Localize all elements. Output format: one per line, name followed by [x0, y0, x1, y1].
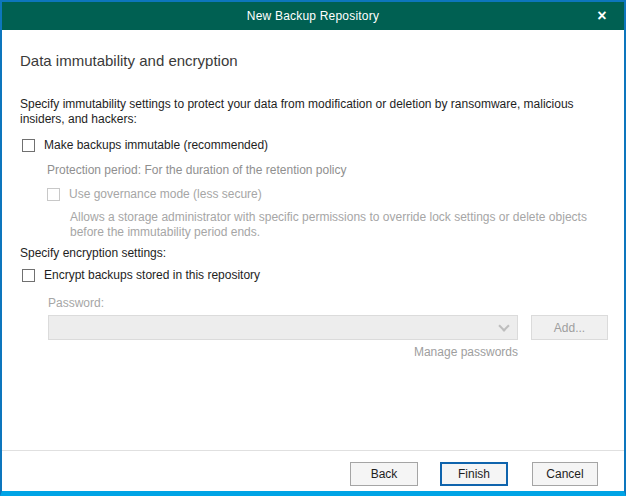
encrypt-backups-checkbox[interactable]	[22, 269, 35, 282]
page-title: Data immutability and encryption	[20, 52, 238, 69]
protection-period-text: Protection period: For the duration of t…	[47, 163, 347, 178]
encrypt-backups-label: Encrypt backups stored in this repositor…	[44, 268, 260, 283]
password-label: Password:	[48, 296, 104, 310]
make-backups-immutable-label: Make backups immutable (recommended)	[44, 138, 268, 153]
chevron-down-icon	[498, 320, 509, 331]
password-dropdown[interactable]	[48, 315, 518, 340]
governance-mode-label: Use governance mode (less secure)	[69, 187, 262, 202]
close-icon[interactable]: ×	[580, 2, 624, 30]
immutability-intro-text: Specify immutability settings to protect…	[20, 97, 612, 127]
back-button[interactable]: Back	[350, 462, 418, 486]
make-backups-immutable-checkbox[interactable]	[22, 139, 35, 152]
encryption-intro-text: Specify encryption settings:	[20, 246, 166, 261]
cancel-button[interactable]: Cancel	[532, 462, 598, 486]
window-title: New Backup Repository	[247, 9, 379, 23]
make-backups-immutable-row: Make backups immutable (recommended)	[22, 138, 268, 153]
new-backup-repository-dialog: New Backup Repository × Data immutabilit…	[0, 0, 626, 496]
governance-description-text: Allows a storage administrator with spec…	[70, 210, 595, 240]
encrypt-backups-row: Encrypt backups stored in this repositor…	[22, 268, 260, 283]
manage-passwords-link[interactable]: Manage passwords	[48, 345, 518, 359]
footer-divider	[2, 450, 624, 451]
governance-mode-row: Use governance mode (less secure)	[47, 187, 262, 202]
title-bar: New Backup Repository ×	[2, 2, 624, 30]
add-password-button[interactable]: Add...	[531, 315, 608, 340]
governance-mode-checkbox[interactable]	[47, 188, 60, 201]
finish-button[interactable]: Finish	[440, 462, 508, 486]
